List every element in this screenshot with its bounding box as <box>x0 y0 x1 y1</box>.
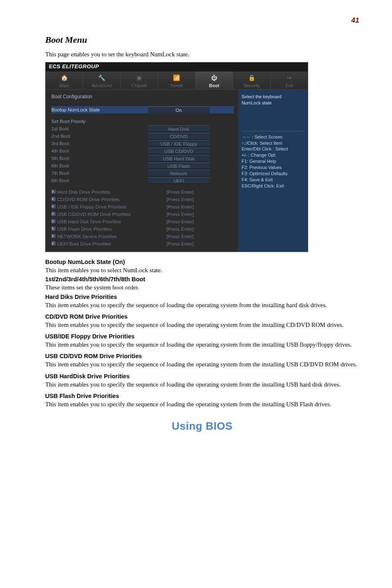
boot-order-label: 6th Boot <box>51 163 146 168</box>
page-number: 41 <box>45 16 359 25</box>
boot-order-label: 3rd Boot <box>51 141 146 146</box>
intro-text: This page enables you to set the keyboar… <box>45 51 359 58</box>
priority-value: [Press Enter] <box>166 219 194 224</box>
priority-row[interactable]: Hard Disk Drive Priorities[Press Enter] <box>51 188 234 196</box>
priority-row[interactable]: USB / IDE Floppy Drive Priorities[Press … <box>51 203 234 211</box>
lock-icon: 🔒 <box>247 73 256 82</box>
boot-order-row[interactable]: 8th BootUEFI <box>51 177 234 184</box>
home-icon: 🏠 <box>60 73 69 82</box>
tab-security[interactable]: 🔒Security <box>233 72 270 89</box>
tab-boot[interactable]: ⏻Boot <box>196 72 233 89</box>
body-text: This item enables you to specify the seq… <box>45 380 359 389</box>
help-line: ↑↓/Click: Select Item <box>242 140 304 146</box>
boot-order-value[interactable]: USB Hard Disk <box>148 155 210 162</box>
power-icon: ⏻ <box>210 73 219 82</box>
chevron-right-icon <box>51 241 55 245</box>
body-text: These items set the system boot order. <box>45 283 359 292</box>
priority-row[interactable]: USB Hard Disk Drive Priorities[Press Ent… <box>51 218 234 225</box>
help-line: +/- : Change Opt. <box>242 152 304 158</box>
body-text: This item enables you to select NumLock … <box>45 266 359 274</box>
priority-row[interactable]: USB CD/DVD ROM Drive Priorities[Press En… <box>51 211 234 218</box>
chevron-right-icon <box>51 212 55 216</box>
chevron-right-icon <box>51 234 55 238</box>
tab-advanced[interactable]: 🔧Advanced <box>83 72 120 89</box>
help-line: ESC/Right Click: Exit <box>242 183 304 189</box>
help-top-2: NumLock state <box>242 100 304 106</box>
numlock-value[interactable]: On <box>148 106 210 113</box>
boot-order-row[interactable]: 1st BootHard Disk <box>51 125 234 132</box>
chevron-right-icon <box>51 204 55 208</box>
tweak-icon: 📶 <box>172 73 181 82</box>
boot-order-row[interactable]: 2nd BootCD/DVD <box>51 132 234 140</box>
section-title: Boot Menu <box>45 35 359 45</box>
body-text: This item enables you to specify the seq… <box>45 301 359 309</box>
chevron-right-icon <box>51 197 55 201</box>
boot-order-row[interactable]: 3rd BootUSB / IDE Floppy <box>51 140 234 147</box>
boot-order-row[interactable]: 5th BootUSB Hard Disk <box>51 155 234 162</box>
boot-order-label: 5th Boot <box>51 156 146 161</box>
boot-order-value[interactable]: Network <box>148 170 210 176</box>
exit-icon: ↪ <box>285 73 294 82</box>
chip-icon: ▣ <box>135 73 144 82</box>
body-text: This item enables you to specify the seq… <box>45 321 359 329</box>
subheading: USB Flash Drive Priorities <box>45 393 359 399</box>
subheading: 1st/2nd/3rd/4th/5th/6th/7th/8th Boot <box>45 276 359 282</box>
priority-label: CD/DVD ROM Drive Priorities <box>51 197 166 202</box>
priority-value: [Press Enter] <box>166 227 194 231</box>
tab-chipset[interactable]: ▣Chipset <box>121 72 158 89</box>
priority-label: UEFI Boot Drive Priorities <box>51 241 166 246</box>
boot-order-label: 2nd Boot <box>51 134 146 139</box>
help-line: Enter/Dbl Click : Select <box>242 146 304 152</box>
boot-order-value[interactable]: Hard Disk <box>148 125 210 132</box>
priority-row[interactable]: CD/DVD ROM Drive Priorities[Press Enter] <box>51 196 234 203</box>
subheading: Bootup NumLock State (On) <box>45 259 359 265</box>
boot-order-label: 4th Boot <box>51 148 146 153</box>
priority-value: [Press Enter] <box>166 197 194 202</box>
brand-text: ELITEGROUP <box>62 63 99 69</box>
tab-main[interactable]: 🏠Main <box>46 72 83 89</box>
priority-value: [Press Enter] <box>166 241 194 246</box>
priority-label: USB / IDE Floppy Drive Priorities <box>51 204 166 209</box>
boot-order-value[interactable]: USB / IDE Floppy <box>148 140 210 147</box>
boot-config-title: Boot Configuration <box>51 94 234 100</box>
help-line: F3: Optimized Defaults <box>242 171 304 177</box>
priority-row[interactable]: NETWORK Device Priorities[Press Enter] <box>51 233 234 240</box>
boot-order-row[interactable]: 4th BootUSB CD/DVD <box>51 147 234 155</box>
subheading: Hard Diks Drive Priorities <box>45 294 359 300</box>
tab-tweak[interactable]: 📶Tweak <box>158 72 196 89</box>
priority-label: Hard Disk Drive Priorities <box>51 190 166 194</box>
boot-order-value[interactable]: USB CD/DVD <box>148 148 210 154</box>
bios-tab-row: 🏠Main 🔧Advanced ▣Chipset 📶Tweak ⏻Boot 🔒S… <box>46 72 308 90</box>
boot-order-label: 8th Boot <box>51 178 146 183</box>
priority-label: USB Flash Drive Priorities <box>51 227 166 231</box>
priority-value: [Press Enter] <box>166 212 194 217</box>
bios-help-panel: Select the keyboard NumLock state →← : S… <box>238 90 308 252</box>
bios-brand-bar: E⁠CS ELITEGROUP <box>46 63 308 72</box>
subheading: CD/DVD ROM Drive Priorities <box>45 313 359 320</box>
boot-order-label: 1st Boot <box>51 126 146 131</box>
chevron-right-icon <box>51 219 55 223</box>
boot-order-row[interactable]: 7th BootNetwork <box>51 169 234 177</box>
chevron-right-icon <box>51 227 55 231</box>
boot-order-value[interactable]: USB Flash <box>148 162 210 169</box>
priority-row[interactable]: UEFI Boot Drive Priorities[Press Enter] <box>51 240 234 248</box>
boot-order-value[interactable]: CD/DVD <box>148 133 210 139</box>
priority-label: USB Hard Disk Drive Priorities <box>51 219 166 224</box>
subheading: USB HardDisk Drive Priorities <box>45 373 359 380</box>
boot-order-row[interactable]: 6th BootUSB Flash <box>51 162 234 169</box>
chevron-right-icon <box>51 190 55 194</box>
subheading: USB/IDE Floppy Drive Priorities <box>45 333 359 340</box>
footer-title: Using BIOS <box>45 420 359 433</box>
row-numlock[interactable]: Bootup NumLock State On <box>51 106 234 113</box>
priority-label: NETWORK Device Priorities <box>51 234 166 239</box>
boot-order-value[interactable]: UEFI <box>148 177 210 184</box>
wrench-icon: 🔧 <box>97 73 106 82</box>
priority-row[interactable]: USB Flash Drive Priorities[Press Enter] <box>51 225 234 233</box>
help-line: F2: Previous Values <box>242 164 304 171</box>
help-line: F4: Save & Exit <box>242 177 304 183</box>
subheading: USB CD/DVD ROM Drive Priorities <box>45 353 359 359</box>
priority-value: [Press Enter] <box>166 190 194 194</box>
numlock-label: Bootup NumLock State <box>51 107 146 112</box>
set-boot-priority-title: Set Boot Priority <box>51 119 146 124</box>
tab-exit[interactable]: ↪Exit <box>271 72 308 89</box>
